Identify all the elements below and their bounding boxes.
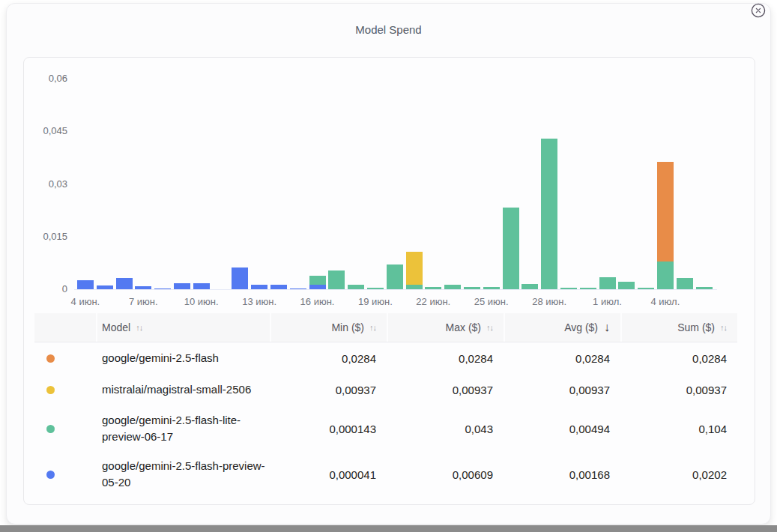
series-color-cell — [34, 386, 96, 394]
series-color-cell — [34, 354, 96, 363]
column-header-label: Min ($) — [331, 321, 364, 333]
series-color-dot — [46, 386, 55, 394]
x-axis-label: 10 июн. — [184, 296, 219, 307]
bar-segment[interactable] — [503, 208, 519, 289]
x-axis-label: 13 июн. — [242, 296, 276, 307]
min-cell: 0,0284 — [271, 352, 387, 365]
x-axis-label: 7 июн. — [129, 296, 158, 307]
dialog-title: Model Spend — [7, 23, 770, 36]
table-row: google/gemini-2.5-flash-lite-preview-06-… — [34, 405, 737, 452]
min-cell: 0,000143 — [271, 423, 387, 435]
bar-segment[interactable] — [657, 262, 674, 289]
bar-segment[interactable] — [174, 283, 190, 289]
bar-segment[interactable] — [328, 270, 345, 289]
series-color-cell — [34, 471, 96, 479]
table-row: google/gemini-2.5-flash-preview-05-200,0… — [34, 452, 737, 497]
x-axis-label: 28 июн. — [532, 296, 566, 307]
bar-segment[interactable] — [387, 265, 403, 289]
circle-x-icon — [750, 2, 767, 19]
x-axis-label: 4 июл. — [651, 296, 680, 307]
chart-panel: 0,060,0450,030,0150 4 июн.7 июн.10 июн.1… — [23, 57, 755, 505]
x-axis-label: 16 июн. — [300, 296, 335, 307]
column-header-avg[interactable]: Avg ($)↓ — [505, 313, 620, 342]
series-color-cell — [34, 425, 96, 433]
column-header-min[interactable]: Min ($)↑↓ — [271, 313, 387, 342]
table-header-row: Model↑↓Min ($)↑↓Max ($)↑↓Avg ($)↓Sum ($)… — [34, 313, 737, 342]
max-cell: 0,00609 — [388, 468, 504, 481]
close-button[interactable] — [750, 2, 767, 19]
avg-cell: 0,0284 — [505, 352, 620, 365]
column-header-label: Sum ($) — [677, 321, 715, 333]
sort-icon: ↑↓ — [369, 323, 376, 332]
avg-cell: 0,00494 — [505, 423, 620, 435]
model-name-cell: mistralai/magistral-small-2506 — [97, 381, 270, 398]
min-cell: 0,00937 — [271, 384, 387, 396]
model-table: Model↑↓Min ($)↑↓Max ($)↑↓Avg ($)↓Sum ($)… — [34, 313, 737, 497]
x-axis-label: 22 июн. — [416, 296, 450, 307]
series-color-dot — [46, 425, 55, 433]
sort-icon: ↑↓ — [136, 323, 142, 332]
x-axis-baseline — [74, 289, 717, 290]
bar-segment[interactable] — [406, 252, 423, 285]
bar-segment[interactable] — [116, 278, 133, 289]
bar-segment[interactable] — [232, 267, 248, 289]
sum-cell: 0,104 — [622, 423, 737, 435]
x-axis-label: 4 июн. — [71, 296, 100, 307]
max-cell: 0,0284 — [388, 352, 504, 365]
model-name-cell: google/gemini-2.5-flash-preview-05-20 — [97, 458, 270, 491]
y-axis-label: 0,015 — [24, 231, 67, 243]
bar-segment[interactable] — [599, 277, 616, 289]
sum-cell: 0,0202 — [622, 468, 737, 481]
sort-icon: ↑↓ — [486, 323, 493, 332]
bar-segment[interactable] — [309, 276, 326, 285]
column-header-label: Avg ($) — [564, 321, 598, 333]
sum-cell: 0,0284 — [622, 352, 737, 365]
avg-cell: 0,00168 — [505, 468, 620, 481]
column-header-color — [34, 313, 96, 342]
y-axis-label: 0,03 — [24, 178, 67, 190]
x-axis-label: 25 июн. — [474, 296, 509, 307]
column-header-label: Model — [102, 321, 130, 333]
series-color-dot — [46, 354, 55, 363]
max-cell: 0,043 — [388, 423, 504, 435]
model-name-cell: google/gemini-2.5-flash — [97, 350, 270, 366]
avg-cell: 0,00937 — [505, 384, 620, 396]
series-color-dot — [46, 471, 55, 479]
bar-segment[interactable] — [657, 162, 674, 262]
column-header-model[interactable]: Model↑↓ — [97, 313, 270, 342]
y-axis-label: 0,06 — [24, 73, 67, 85]
sort-icon: ↓ — [604, 321, 610, 334]
column-header-max[interactable]: Max ($)↑↓ — [388, 313, 504, 342]
y-axis-label: 0,045 — [24, 125, 67, 137]
column-header-label: Max ($) — [446, 321, 481, 333]
y-axis-label: 0 — [24, 283, 67, 295]
model-name-cell: google/gemini-2.5-flash-lite-preview-06-… — [97, 412, 270, 445]
x-axis-label: 19 июн. — [358, 296, 393, 307]
bar-segment[interactable] — [541, 139, 557, 289]
column-header-sum[interactable]: Sum ($)↑↓ — [622, 313, 737, 342]
sum-cell: 0,00937 — [622, 384, 737, 396]
model-spend-dialog: Model Spend 0,060,0450,030,0150 4 июн.7 … — [6, 3, 771, 525]
bar-segment[interactable] — [77, 280, 94, 289]
page-bottom-strip — [0, 525, 777, 532]
bar-segment[interactable] — [618, 282, 635, 289]
max-cell: 0,00937 — [388, 384, 504, 396]
table-row: google/gemini-2.5-flash0,02840,02840,028… — [34, 342, 737, 374]
min-cell: 0,000041 — [271, 468, 387, 481]
table-row: mistralai/magistral-small-25060,009370,0… — [34, 374, 737, 405]
bar-segment[interactable] — [521, 284, 538, 289]
bar-segment[interactable] — [193, 283, 210, 289]
bar-segment[interactable] — [677, 278, 693, 289]
sort-icon: ↑↓ — [720, 323, 727, 332]
x-axis-label: 1 июл. — [593, 296, 622, 307]
